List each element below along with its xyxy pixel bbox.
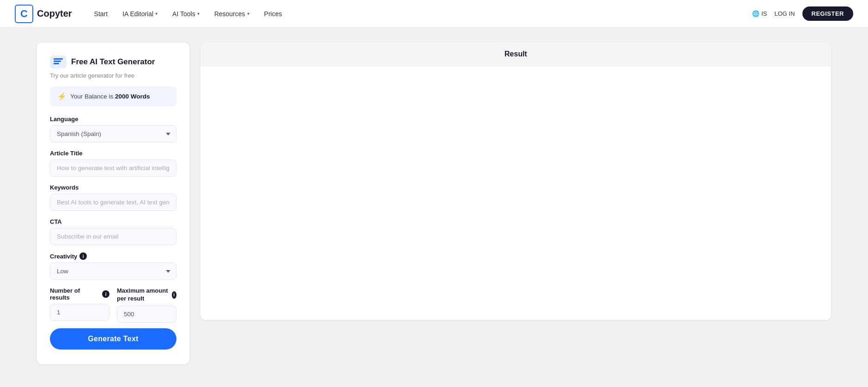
creativity-group: Creativity i Low Medium High bbox=[50, 252, 176, 280]
article-title-group: Article Title bbox=[50, 150, 176, 177]
nav-item-resources[interactable]: Resources ▾ bbox=[214, 10, 249, 18]
right-panel: Result bbox=[200, 43, 831, 320]
chevron-down-icon: ▾ bbox=[197, 11, 200, 16]
language-select[interactable]: Spanish (Spain) English (US) French (Fra… bbox=[50, 125, 176, 142]
svg-rect-0 bbox=[54, 58, 63, 60]
num-results-info-icon[interactable]: i bbox=[102, 290, 109, 298]
panel-icon bbox=[50, 55, 67, 68]
num-results-label: Number of results i bbox=[50, 287, 109, 301]
nav-item-prices[interactable]: Prices bbox=[264, 10, 282, 18]
left-panel: Free AI Text Generator Try our article g… bbox=[37, 43, 189, 364]
brand-name: Copyter bbox=[37, 8, 72, 19]
num-results-group: Number of results i bbox=[50, 287, 109, 323]
svg-rect-1 bbox=[54, 61, 61, 62]
lightning-icon: ⚡ bbox=[57, 92, 67, 101]
creativity-select[interactable]: Low Medium High bbox=[50, 263, 176, 280]
globe-icon: 🌐 bbox=[752, 10, 759, 17]
generate-text-button[interactable]: Generate Text bbox=[50, 328, 176, 350]
balance-banner: ⚡ Your Balance is 2000 Words bbox=[50, 86, 176, 106]
article-title-input[interactable] bbox=[50, 160, 176, 177]
chevron-down-icon: ▾ bbox=[155, 11, 158, 16]
creativity-info-icon[interactable]: i bbox=[79, 252, 87, 260]
keywords-group: Keywords bbox=[50, 184, 176, 211]
login-button[interactable]: LOG IN bbox=[774, 10, 795, 17]
language-group: Language Spanish (Spain) English (US) Fr… bbox=[50, 116, 176, 142]
svg-rect-2 bbox=[54, 63, 59, 64]
keywords-input[interactable] bbox=[50, 194, 176, 211]
brand-logo-icon: C bbox=[15, 5, 33, 23]
main-content: Free AI Text Generator Try our article g… bbox=[0, 28, 868, 387]
cta-group: CTA bbox=[50, 218, 176, 245]
main-nav: Start IA Editorial ▾ AI Tools ▾ Resource… bbox=[94, 10, 753, 18]
balance-text: Your Balance is 2000 Words bbox=[70, 93, 150, 100]
result-title: Result bbox=[504, 50, 527, 58]
max-amount-input[interactable] bbox=[117, 306, 176, 323]
max-amount-info-icon[interactable]: i bbox=[172, 291, 176, 299]
panel-subtitle: Try our article generator for free bbox=[50, 72, 176, 79]
panel-header: Free AI Text Generator bbox=[50, 55, 176, 68]
brand-link[interactable]: C Copyter bbox=[15, 5, 72, 23]
keywords-label: Keywords bbox=[50, 184, 176, 191]
result-body bbox=[200, 66, 831, 297]
nav-item-ia-editorial[interactable]: IA Editorial ▾ bbox=[122, 10, 158, 18]
cta-label: CTA bbox=[50, 218, 176, 225]
nav-item-start[interactable]: Start bbox=[94, 10, 108, 18]
language-selector[interactable]: 🌐 IS bbox=[752, 10, 767, 17]
nav-item-ai-tools[interactable]: AI Tools ▾ bbox=[172, 10, 200, 18]
register-button[interactable]: REGISTER bbox=[802, 6, 853, 21]
max-amount-group: Maximum amount per result i bbox=[117, 287, 176, 323]
article-title-label: Article Title bbox=[50, 150, 176, 157]
max-amount-label: Maximum amount per result i bbox=[117, 287, 176, 303]
results-row: Number of results i Maximum amount per r… bbox=[50, 287, 176, 323]
panel-title: Free AI Text Generator bbox=[71, 57, 155, 67]
navbar-right: 🌐 IS LOG IN REGISTER bbox=[752, 6, 853, 21]
navbar: C Copyter Start IA Editorial ▾ AI Tools … bbox=[0, 0, 868, 28]
creativity-label: Creativity i bbox=[50, 252, 176, 260]
cta-input[interactable] bbox=[50, 228, 176, 245]
language-label: Language bbox=[50, 116, 176, 123]
num-results-input[interactable] bbox=[50, 304, 109, 321]
result-header: Result bbox=[200, 43, 831, 66]
chevron-down-icon: ▾ bbox=[247, 11, 249, 16]
